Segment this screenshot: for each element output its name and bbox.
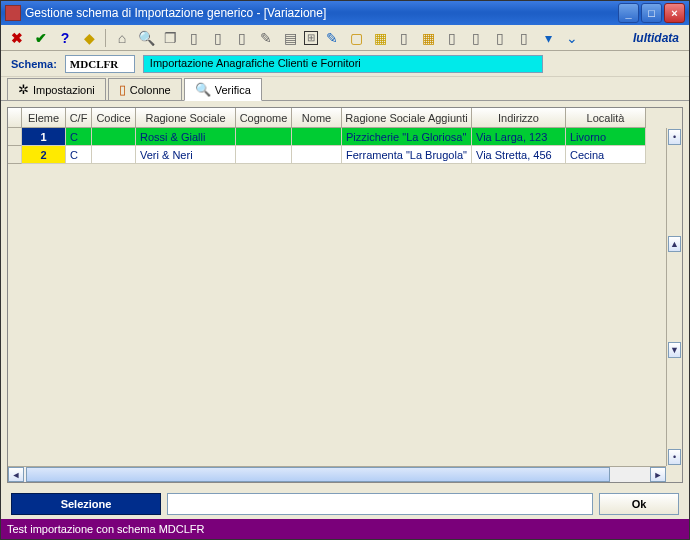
list-icon[interactable]: ▤ [280, 28, 300, 48]
cell-cf: C [66, 146, 92, 164]
schema-bar: Schema: Importazione Anagrafiche Clienti… [1, 51, 689, 77]
cell-ragagg: Pizzicherie "La Gloriosa" [342, 128, 472, 146]
col-nome[interactable]: Nome [292, 108, 342, 128]
col-localita[interactable]: Località [566, 108, 646, 128]
scroll-right-icon[interactable]: ► [650, 467, 666, 482]
schema-input[interactable] [65, 55, 135, 73]
table-row[interactable]: 2 C Veri & Neri Ferramenta "La Brugola" … [8, 146, 682, 164]
col-cognome[interactable]: Cognome [236, 108, 292, 128]
document3-icon[interactable]: ▯ [232, 28, 252, 48]
horizontal-scrollbar[interactable]: ◄ ► [8, 466, 666, 482]
cell-nome [292, 146, 342, 164]
magnifier-icon: 🔍 [195, 82, 211, 97]
row-marker [8, 146, 22, 164]
scroll-marker-icon[interactable]: • [668, 129, 681, 145]
tab-colonne[interactable]: ▯ Colonne [108, 78, 182, 100]
clipboard-icon[interactable]: ▯ [514, 28, 534, 48]
scroll-thumb[interactable] [26, 467, 610, 482]
confirm-icon[interactable]: ✔ [31, 28, 51, 48]
document2-icon[interactable]: ▯ [208, 28, 228, 48]
brand-logo: Iultidata [633, 31, 683, 45]
pencil-icon[interactable]: ✎ [322, 28, 342, 48]
collapse-icon[interactable]: ⌄ [562, 28, 582, 48]
col-selector[interactable] [8, 108, 22, 128]
gear-icon: ✲ [18, 82, 29, 97]
search-icon[interactable]: 🔍 [136, 28, 156, 48]
edit-icon[interactable]: ✎ [256, 28, 276, 48]
cell-indirizzo: Via Larga, 123 [472, 128, 566, 146]
tab-impostazioni[interactable]: ✲ Impostazioni [7, 78, 106, 100]
data-grid[interactable]: Eleme C/F Codice Ragione Sociale Cognome… [7, 107, 683, 483]
separator [105, 29, 106, 47]
app-icon [5, 5, 21, 21]
scroll-left-icon[interactable]: ◄ [8, 467, 24, 482]
window-title: Gestione schema di Importazione generico… [25, 6, 618, 20]
page2-icon[interactable]: ▯ [466, 28, 486, 48]
selezione-button[interactable]: Selezione [11, 493, 161, 515]
col-cf[interactable]: C/F [66, 108, 92, 128]
cell-num: 2 [22, 146, 66, 164]
col-elemento[interactable]: Eleme [22, 108, 66, 128]
tab-bar: ✲ Impostazioni ▯ Colonne 🔍 Verifica [1, 77, 689, 101]
scroll-end-icon[interactable]: • [668, 449, 681, 465]
close-button[interactable]: × [664, 3, 685, 23]
main-toolbar: ✖ ✔ ? ◆ ⌂ 🔍 ❐ ▯ ▯ ▯ ✎ ▤ ⊞ ✎ ▢ ▦ ▯ ▦ ▯ ▯ … [1, 25, 689, 51]
col-indirizzo[interactable]: Indirizzo [472, 108, 566, 128]
ok-button[interactable]: Ok [599, 493, 679, 515]
tab-verifica[interactable]: 🔍 Verifica [184, 78, 262, 101]
schema-label: Schema: [11, 58, 57, 70]
tab-label: Colonne [130, 84, 171, 96]
selection-display [167, 493, 593, 515]
col-ragione-agg[interactable]: Ragione Sociale Aggiunti [342, 108, 472, 128]
grid-panel: Eleme C/F Codice Ragione Sociale Cognome… [1, 101, 689, 489]
home-icon[interactable]: ⌂ [112, 28, 132, 48]
scroll-up-icon[interactable]: ▲ [668, 236, 681, 252]
cell-cf: C [66, 128, 92, 146]
tab-label: Impostazioni [33, 84, 95, 96]
cell-ragione: Rossi & Gialli [136, 128, 236, 146]
document-icon[interactable]: ▯ [184, 28, 204, 48]
copy-icon[interactable]: ❐ [160, 28, 180, 48]
cell-nome [292, 128, 342, 146]
dropdown-icon[interactable]: ▾ [538, 28, 558, 48]
cell-codice [92, 146, 136, 164]
light-icon[interactable]: ◆ [79, 28, 99, 48]
button-bar: Selezione Ok [1, 489, 689, 519]
maximize-button[interactable]: □ [641, 3, 662, 23]
cell-indirizzo: Via Stretta, 456 [472, 146, 566, 164]
tab-label: Verifica [215, 84, 251, 96]
window-titlebar: Gestione schema di Importazione generico… [1, 1, 689, 25]
page-icon[interactable]: ▯ [442, 28, 462, 48]
scroll-down-icon[interactable]: ▼ [668, 342, 681, 358]
schema-description: Importazione Anagrafiche Clienti e Forni… [143, 55, 543, 73]
vertical-scrollbar[interactable]: • ▲ ▼ • [666, 128, 682, 466]
cell-num: 1 [22, 128, 66, 146]
col-ragione[interactable]: Ragione Sociale [136, 108, 236, 128]
status-text: Test importazione con schema MDCLFR [7, 523, 204, 535]
table-row[interactable]: 1 C Rossi & Gialli Pizzicherie "La Glori… [8, 128, 682, 146]
cell-localita: Cecina [566, 146, 646, 164]
folder-icon[interactable]: ▢ [346, 28, 366, 48]
page3-icon[interactable]: ▯ [490, 28, 510, 48]
cell-cognome [236, 146, 292, 164]
grid-header: Eleme C/F Codice Ragione Sociale Cognome… [8, 108, 682, 128]
calendar-icon[interactable]: ▦ [418, 28, 438, 48]
chart-icon[interactable]: ▦ [370, 28, 390, 48]
window-icon[interactable]: ⊞ [304, 31, 318, 45]
columns-icon: ▯ [119, 82, 126, 97]
minimize-button[interactable]: _ [618, 3, 639, 23]
cell-localita: Livorno [566, 128, 646, 146]
cell-cognome [236, 128, 292, 146]
col-codice[interactable]: Codice [92, 108, 136, 128]
report-icon[interactable]: ▯ [394, 28, 414, 48]
help-icon[interactable]: ? [55, 28, 75, 48]
cancel-icon[interactable]: ✖ [7, 28, 27, 48]
scroll-track[interactable] [24, 467, 650, 482]
row-marker [8, 128, 22, 146]
cell-codice [92, 128, 136, 146]
cell-ragagg: Ferramenta "La Brugola" [342, 146, 472, 164]
cell-ragione: Veri & Neri [136, 146, 236, 164]
status-bar: Test importazione con schema MDCLFR [1, 519, 689, 539]
